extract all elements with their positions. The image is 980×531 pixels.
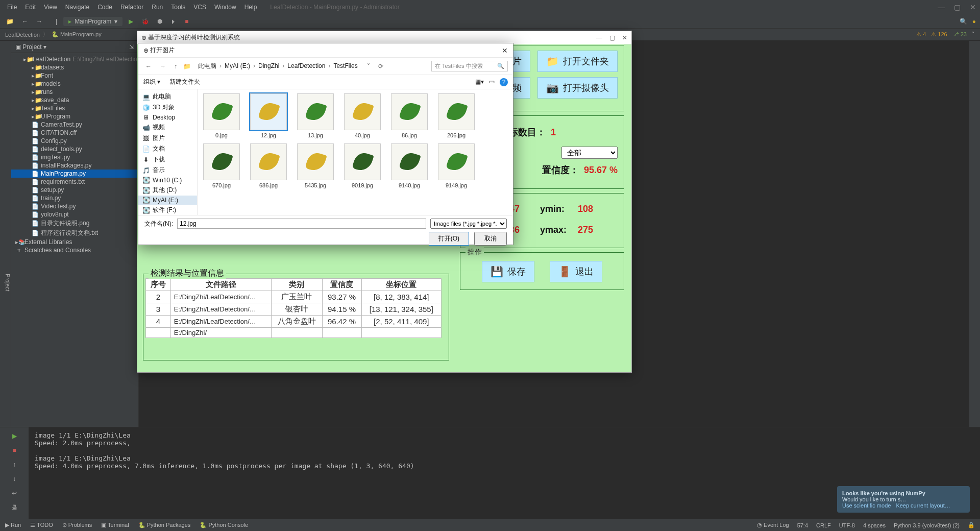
tree-node[interactable]: 📄setup.py — [11, 186, 138, 194]
open-button[interactable]: 打开(O) — [429, 232, 469, 246]
tool-tab-todo[interactable]: ☰ TODO — [30, 522, 53, 528]
line-sep[interactable]: CRLF — [816, 522, 831, 528]
class-filter-select[interactable]: 全部 — [561, 147, 618, 159]
project-header[interactable]: ▣ Project ▾ — [15, 43, 46, 51]
tool-tab-pypkg[interactable]: 🐍 Python Packages — [138, 522, 191, 528]
sidebar-item[interactable]: 📹视频 — [138, 122, 197, 133]
tree-node[interactable]: 📄CameraTest.py — [11, 120, 138, 129]
tool-tab-terminal[interactable]: ▣ Terminal — [101, 522, 129, 528]
ide-update-icon[interactable]: ● — [972, 18, 976, 25]
debug-button[interactable]: 🐞 — [139, 17, 151, 26]
tree-node[interactable]: 📄VideoTest.py — [11, 202, 138, 210]
tree-node[interactable]: 📄detect_tools.py — [11, 145, 138, 153]
sidebar-item[interactable]: 💽MyAI (E:) — [138, 196, 197, 205]
table-row[interactable]: 3E:/DingZhi/LeafDetection/…银杏叶94.15 %[13… — [146, 303, 442, 316]
chevron-icon[interactable]: ˅ — [972, 31, 975, 38]
path-segment[interactable]: TestFiles — [330, 62, 360, 69]
path-segment[interactable]: DingZhi — [255, 62, 282, 69]
tree-node[interactable]: 📄requirements.txt — [11, 178, 138, 186]
stop-run-icon[interactable]: ■ — [9, 445, 20, 456]
tree-node[interactable]: 📄train.py — [11, 194, 138, 202]
sidebar-item[interactable]: 🖼图片 — [138, 133, 197, 143]
sidebar-item[interactable]: 🎵音乐 — [138, 165, 197, 176]
tree-node[interactable]: 📄Config.py — [11, 137, 138, 145]
menu-edit[interactable]: Edit — [22, 3, 39, 12]
collapse-icon[interactable]: ⇲ — [129, 43, 134, 51]
refresh-icon[interactable]: ⟳ — [376, 63, 385, 70]
file-thumbnail[interactable]: 13.jpg — [296, 93, 335, 138]
tree-node[interactable]: ▸📁LeafDetection E:\DingZhi\LeafDetection — [11, 55, 138, 63]
cancel-button[interactable]: 取消 — [474, 232, 507, 246]
notif-link-scientific[interactable]: Use scientific mode — [842, 502, 891, 509]
inspection-weak[interactable]: ⚠ 126 — [931, 31, 947, 38]
tree-node[interactable]: ▸📁TestFiles — [11, 104, 138, 112]
open-camera-button[interactable]: 📷打开摄像头 — [537, 77, 618, 99]
app-close-icon[interactable]: ✕ — [622, 34, 627, 41]
file-thumbnail[interactable]: 9019.jpg — [342, 143, 382, 188]
chevron-down-icon[interactable]: ˅ — [365, 63, 372, 70]
menu-help[interactable]: Help — [241, 3, 260, 12]
git-branch[interactable]: ⎇ 23 — [952, 31, 967, 38]
lock-icon[interactable]: 🔒 — [968, 522, 975, 528]
exit-button[interactable]: 🚪退出 — [550, 261, 602, 282]
breadcrumb[interactable]: LeafDetection — [5, 32, 40, 38]
forward-icon[interactable]: → — [34, 17, 44, 26]
tool-tab-pyconsole[interactable]: 🐍 Python Console — [200, 522, 248, 528]
soft-wrap-icon[interactable]: ↩ — [9, 488, 20, 499]
tree-node[interactable]: 📄installPackages.py — [11, 161, 138, 170]
menu-refactor[interactable]: Refactor — [117, 3, 146, 12]
tool-tab-problems[interactable]: ⊘ Problems — [62, 522, 92, 528]
minimize-icon[interactable]: — — [938, 3, 945, 11]
nav-fwd-icon[interactable]: → — [158, 63, 168, 70]
path-segment[interactable]: LeafDetection — [284, 62, 328, 69]
path-segment[interactable]: 此电脑 — [195, 62, 219, 69]
open-folder-button[interactable]: 📁打开文件夹 — [537, 51, 618, 72]
file-thumbnail[interactable]: 86.jpg — [389, 93, 429, 138]
sidebar-item[interactable]: 📄文档 — [138, 143, 197, 154]
menu-tools[interactable]: Tools — [168, 3, 188, 12]
tree-node[interactable]: 📄目录文件说明.png — [11, 219, 138, 228]
menu-file[interactable]: File — [4, 3, 20, 12]
inspection-warn[interactable]: ⚠ 4 — [916, 31, 926, 38]
open-icon[interactable]: 📁 — [4, 17, 16, 26]
dialog-search-input[interactable]: 在 TestFiles 中搜索🔍 — [431, 61, 508, 71]
dialog-close-icon[interactable]: ✕ — [502, 46, 508, 55]
sidebar-item[interactable]: 💽软件 (F:) — [138, 205, 197, 215]
tree-node[interactable]: ▸📁models — [11, 80, 138, 88]
tree-node[interactable]: 📄MainProgram.py — [11, 170, 138, 178]
coverage-button[interactable]: ⬢ — [155, 17, 164, 26]
sidebar-item[interactable]: 🧊3D 对象 — [138, 102, 197, 113]
file-thumbnail[interactable]: 686.jpg — [249, 143, 288, 188]
tree-node[interactable]: ▸📁UIProgram — [11, 112, 138, 120]
file-thumbnail[interactable]: 0.jpg — [202, 93, 241, 138]
filetype-select[interactable]: Image files (*.jpg *.jpeg *.pn — [430, 219, 507, 229]
new-folder-button[interactable]: 新建文件夹 — [169, 78, 200, 86]
path-segment[interactable]: MyAI (E:) — [222, 62, 253, 69]
tree-node[interactable]: 📄CITATION.cff — [11, 129, 138, 137]
sidebar-item[interactable]: 💻此电脑 — [138, 91, 197, 102]
save-button[interactable]: 💾保存 — [482, 261, 534, 282]
rerun-icon[interactable]: ▶ — [9, 430, 20, 442]
table-row[interactable]: 4E:/DingZhi/LeafDetection/…八角金盘叶96.42 %[… — [146, 316, 442, 328]
app-maximize-icon[interactable]: ▢ — [609, 34, 615, 41]
tree-node[interactable]: 📄程序运行说明文档.txt — [11, 228, 138, 238]
tree-node[interactable]: ▸📁runs — [11, 88, 138, 96]
tree-node[interactable]: 📄yolov8n.pt — [11, 210, 138, 219]
encoding[interactable]: UTF-8 — [839, 522, 855, 528]
file-thumbnail[interactable]: 9149.jpg — [436, 143, 476, 188]
run-config-selector[interactable]: ▸MainProgram▾ — [63, 17, 122, 26]
tree-node[interactable]: ▸📁Font — [11, 71, 138, 80]
run-button[interactable]: ▶ — [127, 17, 135, 26]
maximize-icon[interactable]: ▢ — [954, 3, 961, 11]
sidebar-item[interactable]: ⬇下载 — [138, 154, 197, 165]
menu-run[interactable]: Run — [149, 3, 166, 12]
nav-up-icon[interactable]: ↑ — [172, 63, 179, 70]
file-thumbnail[interactable]: 206.jpg — [436, 93, 476, 138]
organize-menu[interactable]: 组织 ▾ — [143, 78, 160, 86]
nav-back-icon[interactable]: ← — [143, 63, 154, 70]
view-mode-icon[interactable]: ▦▾ — [475, 78, 484, 86]
menu-view[interactable]: View — [41, 3, 60, 12]
tree-node[interactable]: 📄imgTest.py — [11, 153, 138, 161]
help-icon[interactable]: ? — [500, 78, 508, 86]
tree-node[interactable]: ▸📚External Libraries — [11, 238, 138, 246]
